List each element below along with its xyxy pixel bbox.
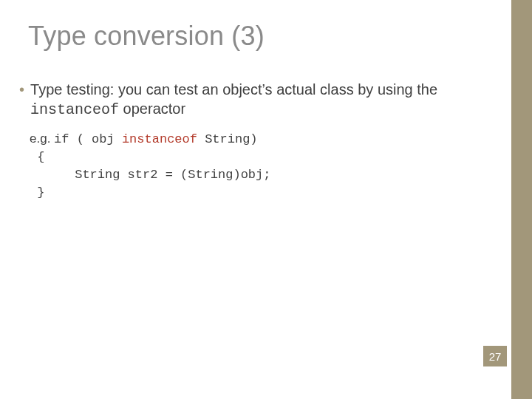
bullet-text-pre: Type testing: you can test an object’s a…	[30, 81, 437, 98]
bullet-item: • Type testing: you can test an object’s…	[30, 80, 488, 120]
example-label: e.g.	[30, 132, 54, 146]
page-number: 27	[489, 350, 502, 363]
bullet-dot-icon: •	[19, 80, 24, 99]
slide-title: Type conversion (3)	[28, 21, 265, 52]
code-keyword-instanceof: instanceof	[122, 132, 197, 146]
code-line-1: if ( obj instanceof String)	[54, 132, 257, 146]
slide-content: • Type testing: you can test an object’s…	[30, 80, 488, 202]
page-number-badge: 27	[483, 346, 507, 366]
bullet-text: Type testing: you can test an object’s a…	[30, 80, 488, 120]
code-line-4: }	[30, 184, 488, 202]
bullet-text-post: operactor	[119, 100, 185, 117]
code-line-2: {	[30, 149, 488, 166]
code-line-3: String str2 = (String)obj;	[30, 166, 488, 184]
code-line-1b: String)	[197, 132, 258, 146]
code-line-1a: if ( obj	[54, 132, 122, 146]
bullet-text-operator: instanceof	[30, 101, 119, 118]
side-accent-bar	[511, 0, 532, 399]
code-example: e.g. if ( obj instanceof String) { Strin…	[30, 130, 488, 202]
